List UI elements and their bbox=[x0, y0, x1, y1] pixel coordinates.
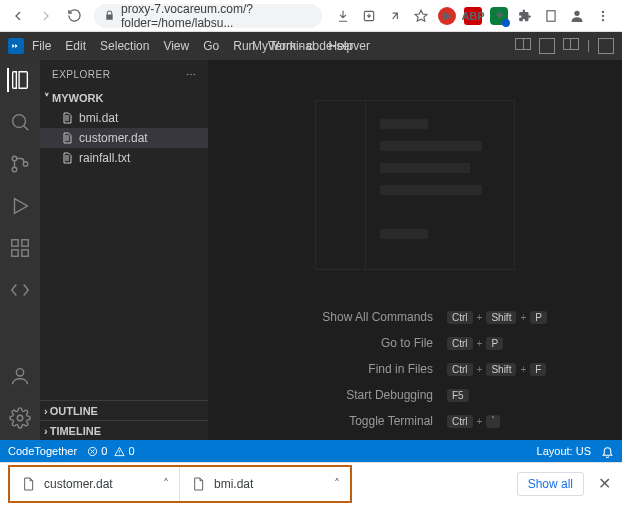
chevron-down-icon: ˅ bbox=[44, 92, 50, 105]
file-icon bbox=[190, 476, 206, 492]
file-name: rainfall.txt bbox=[79, 151, 130, 165]
source-control-icon[interactable] bbox=[8, 152, 32, 176]
status-problems[interactable]: 0 0 bbox=[87, 445, 134, 457]
back-button[interactable] bbox=[6, 4, 30, 28]
bookmark-square-icon[interactable] bbox=[542, 7, 560, 25]
chevron-up-icon[interactable]: ˄ bbox=[334, 477, 340, 491]
layout-panel-icon[interactable] bbox=[539, 38, 555, 54]
project-header[interactable]: ˅ MYWORK bbox=[40, 88, 208, 108]
menu-view[interactable]: View bbox=[163, 39, 189, 53]
timeline-label: TIMELINE bbox=[50, 425, 101, 437]
vscode-window: File Edit Selection View Go Run Terminal… bbox=[0, 32, 622, 462]
file-name: customer.dat bbox=[79, 131, 148, 145]
reload-button[interactable] bbox=[62, 4, 86, 28]
activity-bar bbox=[0, 60, 40, 440]
cmd-find-in-files: Find in Files Ctrl+Shift+F bbox=[208, 362, 622, 376]
layout-customize-icon[interactable] bbox=[598, 38, 614, 54]
chevron-up-icon[interactable]: ˄ bbox=[163, 477, 169, 491]
download-filename: bmi.dat bbox=[214, 477, 253, 491]
address-bar[interactable]: proxy-7.vocareum.com/?folder=/home/labsu… bbox=[94, 4, 322, 28]
bell-icon[interactable] bbox=[601, 445, 614, 458]
svg-marker-1 bbox=[415, 10, 427, 21]
browser-toolbar: proxy-7.vocareum.com/?folder=/home/labsu… bbox=[0, 0, 622, 32]
svg-line-8 bbox=[24, 126, 29, 131]
download-filename: customer.dat bbox=[44, 477, 113, 491]
abp-icon[interactable]: ABP bbox=[464, 7, 482, 25]
status-layout[interactable]: Layout: US bbox=[537, 445, 591, 457]
layout-sidebar-left-icon[interactable] bbox=[515, 38, 531, 50]
svg-rect-16 bbox=[22, 240, 28, 246]
explorer-sidebar: EXPLORER ⋯ ˅ MYWORK bmi.dat customer.dat… bbox=[40, 60, 208, 440]
cmd-go-to-file: Go to File Ctrl+P bbox=[208, 336, 622, 350]
window-title: MyWork - code-server bbox=[252, 39, 370, 53]
extensions-icon[interactable] bbox=[8, 236, 32, 260]
download-shelf: customer.dat ˄ bmi.dat ˄ Show all ✕ bbox=[0, 462, 622, 504]
outline-label: OUTLINE bbox=[50, 405, 98, 417]
gear-icon[interactable] bbox=[8, 406, 32, 430]
lock-icon bbox=[104, 10, 115, 21]
run-debug-icon[interactable] bbox=[8, 194, 32, 218]
extension-green-icon[interactable]: ✦ bbox=[490, 7, 508, 25]
menu-selection[interactable]: Selection bbox=[100, 39, 149, 53]
close-icon[interactable]: ✕ bbox=[594, 474, 614, 493]
svg-rect-2 bbox=[547, 10, 555, 21]
forward-button[interactable] bbox=[34, 4, 58, 28]
svg-point-4 bbox=[602, 10, 604, 12]
install-icon[interactable] bbox=[360, 7, 378, 25]
file-item[interactable]: customer.dat bbox=[40, 128, 208, 148]
editor-area: Show All Commands Ctrl+Shift+P Go to Fil… bbox=[208, 60, 622, 440]
svg-point-17 bbox=[16, 369, 23, 376]
star-icon[interactable] bbox=[412, 7, 430, 25]
profile-icon[interactable] bbox=[568, 7, 586, 25]
download-item[interactable]: customer.dat ˄ bbox=[10, 467, 180, 501]
accounts-icon[interactable] bbox=[8, 364, 32, 388]
file-item[interactable]: rainfall.txt bbox=[40, 148, 208, 168]
show-all-button[interactable]: Show all bbox=[517, 472, 584, 496]
status-codetogether[interactable]: CodeTogether bbox=[8, 445, 77, 457]
codetogether-icon[interactable] bbox=[8, 278, 32, 302]
status-bar: CodeTogether 0 0 Layout: US bbox=[0, 440, 622, 462]
cmd-show-all: Show All Commands Ctrl+Shift+P bbox=[208, 310, 622, 324]
download-highlight: customer.dat ˄ bmi.dat ˄ bbox=[8, 465, 352, 503]
svg-point-11 bbox=[23, 162, 28, 167]
svg-point-6 bbox=[602, 18, 604, 20]
layout-controls: | bbox=[515, 38, 614, 54]
extension-icon[interactable]: ▶ bbox=[438, 7, 456, 25]
download-item[interactable]: bmi.dat ˄ bbox=[180, 467, 350, 501]
svg-point-5 bbox=[602, 14, 604, 16]
welcome-commands: Show All Commands Ctrl+Shift+P Go to Fil… bbox=[208, 310, 622, 428]
timeline-section[interactable]: ›TIMELINE bbox=[40, 420, 208, 440]
more-icon[interactable]: ⋯ bbox=[186, 69, 197, 80]
svg-rect-15 bbox=[22, 250, 28, 256]
extensions-puzzle-icon[interactable] bbox=[516, 7, 534, 25]
menu-edit[interactable]: Edit bbox=[65, 39, 86, 53]
menu-file[interactable]: File bbox=[32, 39, 51, 53]
browser-extensions: ▶ ABP ✦ bbox=[330, 7, 616, 25]
search-icon[interactable] bbox=[8, 110, 32, 134]
explorer-icon[interactable] bbox=[7, 68, 31, 92]
outline-section[interactable]: ›OUTLINE bbox=[40, 400, 208, 420]
menu-go[interactable]: Go bbox=[203, 39, 219, 53]
svg-point-9 bbox=[12, 156, 17, 161]
share-icon[interactable] bbox=[386, 7, 404, 25]
svg-point-18 bbox=[17, 415, 23, 421]
file-name: bmi.dat bbox=[79, 111, 118, 125]
svg-rect-13 bbox=[12, 240, 18, 246]
chevron-right-icon: › bbox=[44, 405, 48, 417]
titlebar: File Edit Selection View Go Run Terminal… bbox=[0, 32, 622, 60]
file-item[interactable]: bmi.dat bbox=[40, 108, 208, 128]
kebab-icon[interactable] bbox=[594, 7, 612, 25]
url-text: proxy-7.vocareum.com/?folder=/home/labsu… bbox=[121, 2, 312, 30]
layout-sidebar-right-icon[interactable] bbox=[563, 38, 579, 50]
file-icon bbox=[60, 151, 74, 165]
cmd-start-debugging: Start Debugging F5 bbox=[208, 388, 622, 402]
file-icon bbox=[60, 111, 74, 125]
chevron-right-icon: › bbox=[44, 425, 48, 437]
svg-rect-14 bbox=[12, 250, 18, 256]
welcome-graphic bbox=[315, 100, 515, 270]
download-icon[interactable] bbox=[334, 7, 352, 25]
project-name: MYWORK bbox=[52, 92, 103, 104]
svg-point-7 bbox=[13, 115, 26, 128]
svg-marker-12 bbox=[15, 199, 28, 214]
svg-point-3 bbox=[574, 10, 579, 15]
